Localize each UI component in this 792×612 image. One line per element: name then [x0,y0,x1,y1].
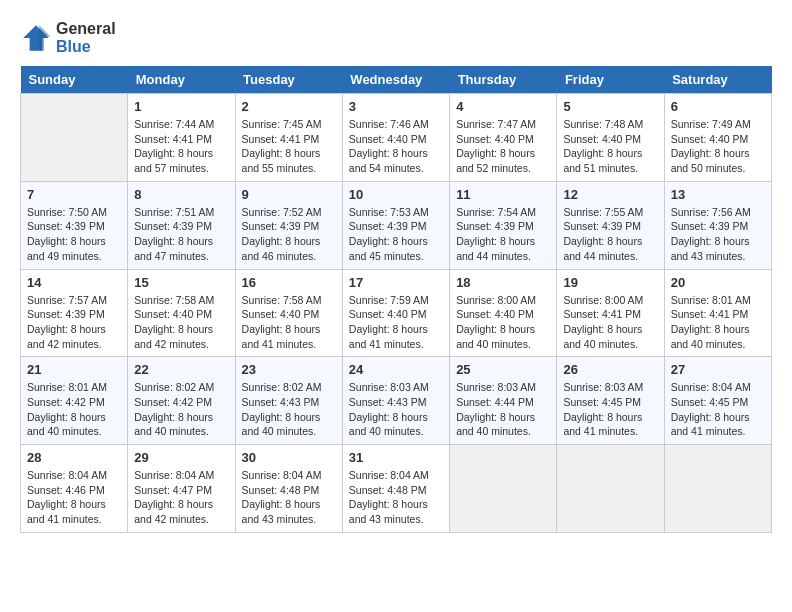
calendar-week-4: 21Sunrise: 8:01 AM Sunset: 4:42 PM Dayli… [21,357,772,445]
day-info: Sunrise: 8:04 AM Sunset: 4:47 PM Dayligh… [134,468,228,527]
day-number: 4 [456,99,550,114]
calendar-cell: 15Sunrise: 7:58 AM Sunset: 4:40 PM Dayli… [128,269,235,357]
day-number: 22 [134,362,228,377]
calendar-cell: 2Sunrise: 7:45 AM Sunset: 4:41 PM Daylig… [235,94,342,182]
calendar-cell: 29Sunrise: 8:04 AM Sunset: 4:47 PM Dayli… [128,445,235,533]
day-info: Sunrise: 8:02 AM Sunset: 4:42 PM Dayligh… [134,380,228,439]
day-info: Sunrise: 7:58 AM Sunset: 4:40 PM Dayligh… [134,293,228,352]
calendar-cell [450,445,557,533]
calendar-week-2: 7Sunrise: 7:50 AM Sunset: 4:39 PM Daylig… [21,181,772,269]
header-cell-monday: Monday [128,66,235,94]
day-number: 5 [563,99,657,114]
calendar-cell: 25Sunrise: 8:03 AM Sunset: 4:44 PM Dayli… [450,357,557,445]
day-number: 14 [27,275,121,290]
calendar-cell: 14Sunrise: 7:57 AM Sunset: 4:39 PM Dayli… [21,269,128,357]
day-info: Sunrise: 8:02 AM Sunset: 4:43 PM Dayligh… [242,380,336,439]
day-info: Sunrise: 8:04 AM Sunset: 4:46 PM Dayligh… [27,468,121,527]
day-number: 29 [134,450,228,465]
day-info: Sunrise: 7:46 AM Sunset: 4:40 PM Dayligh… [349,117,443,176]
day-info: Sunrise: 7:48 AM Sunset: 4:40 PM Dayligh… [563,117,657,176]
calendar-cell: 28Sunrise: 8:04 AM Sunset: 4:46 PM Dayli… [21,445,128,533]
day-info: Sunrise: 8:03 AM Sunset: 4:44 PM Dayligh… [456,380,550,439]
header-cell-saturday: Saturday [664,66,771,94]
day-number: 31 [349,450,443,465]
calendar-cell: 20Sunrise: 8:01 AM Sunset: 4:41 PM Dayli… [664,269,771,357]
calendar-cell [664,445,771,533]
day-info: Sunrise: 8:03 AM Sunset: 4:45 PM Dayligh… [563,380,657,439]
calendar-cell: 17Sunrise: 7:59 AM Sunset: 4:40 PM Dayli… [342,269,449,357]
calendar-cell: 16Sunrise: 7:58 AM Sunset: 4:40 PM Dayli… [235,269,342,357]
calendar-cell: 1Sunrise: 7:44 AM Sunset: 4:41 PM Daylig… [128,94,235,182]
calendar-cell: 30Sunrise: 8:04 AM Sunset: 4:48 PM Dayli… [235,445,342,533]
logo: General Blue [20,20,116,56]
calendar-cell: 10Sunrise: 7:53 AM Sunset: 4:39 PM Dayli… [342,181,449,269]
day-info: Sunrise: 8:04 AM Sunset: 4:48 PM Dayligh… [349,468,443,527]
calendar-cell: 27Sunrise: 8:04 AM Sunset: 4:45 PM Dayli… [664,357,771,445]
day-info: Sunrise: 8:04 AM Sunset: 4:48 PM Dayligh… [242,468,336,527]
calendar-header-row: SundayMondayTuesdayWednesdayThursdayFrid… [21,66,772,94]
day-info: Sunrise: 7:55 AM Sunset: 4:39 PM Dayligh… [563,205,657,264]
day-number: 17 [349,275,443,290]
calendar-cell: 21Sunrise: 8:01 AM Sunset: 4:42 PM Dayli… [21,357,128,445]
day-info: Sunrise: 7:57 AM Sunset: 4:39 PM Dayligh… [27,293,121,352]
calendar-cell: 9Sunrise: 7:52 AM Sunset: 4:39 PM Daylig… [235,181,342,269]
day-info: Sunrise: 7:45 AM Sunset: 4:41 PM Dayligh… [242,117,336,176]
day-info: Sunrise: 7:56 AM Sunset: 4:39 PM Dayligh… [671,205,765,264]
calendar-cell: 31Sunrise: 8:04 AM Sunset: 4:48 PM Dayli… [342,445,449,533]
day-info: Sunrise: 7:50 AM Sunset: 4:39 PM Dayligh… [27,205,121,264]
calendar-week-1: 1Sunrise: 7:44 AM Sunset: 4:41 PM Daylig… [21,94,772,182]
calendar-cell [557,445,664,533]
calendar-week-3: 14Sunrise: 7:57 AM Sunset: 4:39 PM Dayli… [21,269,772,357]
calendar-cell: 24Sunrise: 8:03 AM Sunset: 4:43 PM Dayli… [342,357,449,445]
day-info: Sunrise: 8:00 AM Sunset: 4:41 PM Dayligh… [563,293,657,352]
calendar-cell: 23Sunrise: 8:02 AM Sunset: 4:43 PM Dayli… [235,357,342,445]
day-number: 10 [349,187,443,202]
calendar-cell [21,94,128,182]
day-number: 9 [242,187,336,202]
day-number: 11 [456,187,550,202]
day-info: Sunrise: 8:03 AM Sunset: 4:43 PM Dayligh… [349,380,443,439]
day-number: 26 [563,362,657,377]
day-number: 8 [134,187,228,202]
day-number: 3 [349,99,443,114]
day-info: Sunrise: 8:00 AM Sunset: 4:40 PM Dayligh… [456,293,550,352]
calendar-cell: 11Sunrise: 7:54 AM Sunset: 4:39 PM Dayli… [450,181,557,269]
day-info: Sunrise: 7:51 AM Sunset: 4:39 PM Dayligh… [134,205,228,264]
day-number: 28 [27,450,121,465]
day-info: Sunrise: 7:53 AM Sunset: 4:39 PM Dayligh… [349,205,443,264]
day-number: 24 [349,362,443,377]
day-number: 18 [456,275,550,290]
day-info: Sunrise: 7:44 AM Sunset: 4:41 PM Dayligh… [134,117,228,176]
day-number: 15 [134,275,228,290]
header-cell-sunday: Sunday [21,66,128,94]
calendar-week-5: 28Sunrise: 8:04 AM Sunset: 4:46 PM Dayli… [21,445,772,533]
calendar-cell: 13Sunrise: 7:56 AM Sunset: 4:39 PM Dayli… [664,181,771,269]
calendar-table: SundayMondayTuesdayWednesdayThursdayFrid… [20,66,772,533]
header-cell-friday: Friday [557,66,664,94]
day-info: Sunrise: 7:52 AM Sunset: 4:39 PM Dayligh… [242,205,336,264]
calendar-cell: 18Sunrise: 8:00 AM Sunset: 4:40 PM Dayli… [450,269,557,357]
day-number: 7 [27,187,121,202]
svg-marker-0 [23,25,49,51]
day-info: Sunrise: 7:49 AM Sunset: 4:40 PM Dayligh… [671,117,765,176]
day-number: 20 [671,275,765,290]
day-info: Sunrise: 7:54 AM Sunset: 4:39 PM Dayligh… [456,205,550,264]
day-number: 19 [563,275,657,290]
calendar-cell: 19Sunrise: 8:00 AM Sunset: 4:41 PM Dayli… [557,269,664,357]
day-number: 30 [242,450,336,465]
day-info: Sunrise: 8:01 AM Sunset: 4:42 PM Dayligh… [27,380,121,439]
day-number: 25 [456,362,550,377]
calendar-cell: 26Sunrise: 8:03 AM Sunset: 4:45 PM Dayli… [557,357,664,445]
day-info: Sunrise: 8:01 AM Sunset: 4:41 PM Dayligh… [671,293,765,352]
day-number: 6 [671,99,765,114]
calendar-cell: 5Sunrise: 7:48 AM Sunset: 4:40 PM Daylig… [557,94,664,182]
day-number: 13 [671,187,765,202]
calendar-cell: 3Sunrise: 7:46 AM Sunset: 4:40 PM Daylig… [342,94,449,182]
day-info: Sunrise: 7:59 AM Sunset: 4:40 PM Dayligh… [349,293,443,352]
day-number: 16 [242,275,336,290]
day-number: 23 [242,362,336,377]
header-cell-wednesday: Wednesday [342,66,449,94]
header-cell-tuesday: Tuesday [235,66,342,94]
day-number: 21 [27,362,121,377]
calendar-cell: 6Sunrise: 7:49 AM Sunset: 4:40 PM Daylig… [664,94,771,182]
